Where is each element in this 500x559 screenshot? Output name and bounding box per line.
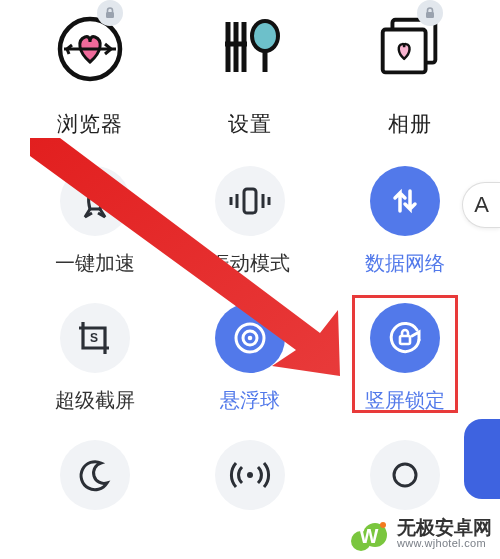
moon-icon [77,457,113,493]
svg-text:W: W [360,525,379,547]
screenshot-circle: S [60,303,130,373]
target-icon [230,318,270,358]
app-gallery[interactable]: 相册 [340,10,480,138]
generic-icon [387,457,423,493]
svg-point-20 [248,336,253,341]
app-label-browser: 浏览器 [57,110,123,138]
cutlery-icon [213,14,287,84]
quick-toggles: 一键加速 振动模式 数据网络 [0,166,500,510]
svg-rect-12 [244,189,256,213]
photos-icon [371,13,449,85]
svg-point-7 [252,21,278,51]
lock-badge [97,0,123,26]
toggle-label: 一键加速 [55,250,135,277]
toggle-label: 悬浮球 [220,387,280,414]
app-icon-browser [51,10,129,88]
lock-badge [417,0,443,26]
svg-point-28 [380,522,386,528]
svg-text:S: S [90,331,98,345]
apps-row: 浏览器 设置 [0,0,500,138]
svg-point-22 [247,472,253,478]
rocket-icon [75,181,115,221]
hotspot-icon [228,457,272,493]
unknown-circle [370,440,440,510]
watermark: W 无极安卓网 www.wjhotel.com [349,513,492,555]
toggle-data[interactable]: 数据网络 [340,166,470,277]
hotspot-circle [215,440,285,510]
app-settings[interactable]: 设置 [180,10,320,138]
toggle-label: 数据网络 [365,250,445,277]
toggle-screenshot[interactable]: S 超级截屏 [30,303,160,414]
speedup-circle [60,166,130,236]
toggle-label: 超级截屏 [55,387,135,414]
logo-icon: W [349,513,391,555]
toggle-night-mode[interactable] [30,440,160,510]
lock-icon [103,6,117,20]
hoverball-circle [215,303,285,373]
highlight-box [352,295,458,413]
toggle-vibrate[interactable]: 振动模式 [185,166,315,277]
moon-circle [60,440,130,510]
data-circle [370,166,440,236]
toggle-unknown[interactable] [340,440,470,510]
watermark-url: www.wjhotel.com [397,538,492,550]
toggle-speedup[interactable]: 一键加速 [30,166,160,277]
toggle-label: 振动模式 [210,250,290,277]
vibrate-circle [215,166,285,236]
app-icon-settings [211,10,289,88]
lock-icon [423,6,437,20]
vibrate-icon [227,184,273,218]
side-scroll-indicator [464,419,500,499]
svg-point-23 [394,464,416,486]
app-browser[interactable]: 浏览器 [20,10,160,138]
crop-s-icon: S [75,318,115,358]
toggle-rotation-lock[interactable]: 竖屏锁定 [340,303,470,414]
toggle-hotspot[interactable] [185,440,315,510]
watermark-brand: 无极安卓网 [397,518,492,538]
app-icon-gallery [371,10,449,88]
accessibility-side-button[interactable]: A [462,182,500,228]
side-button-label: A [474,192,489,218]
svg-rect-2 [106,12,114,18]
app-label-gallery: 相册 [388,110,432,138]
toggle-hoverball[interactable]: 悬浮球 [185,303,315,414]
app-label-settings: 设置 [228,110,272,138]
svg-rect-11 [426,12,434,18]
data-arrows-icon [387,183,423,219]
